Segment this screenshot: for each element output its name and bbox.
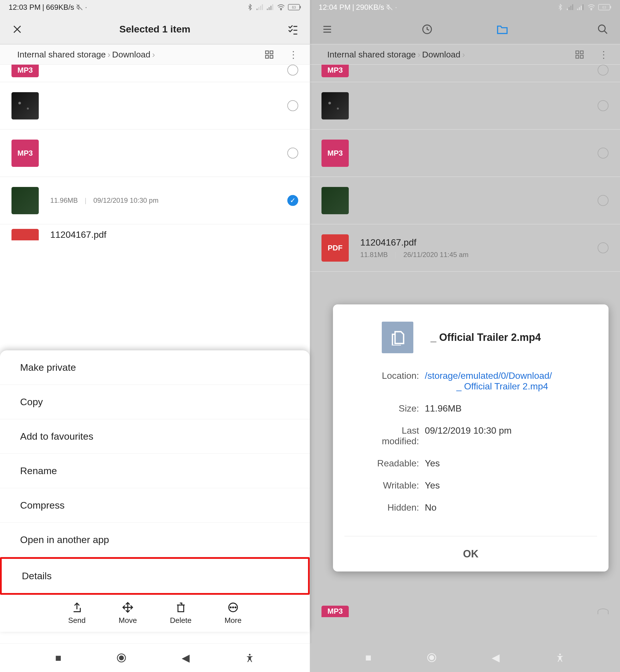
list-item[interactable]: MP3 xyxy=(310,130,620,177)
dialog-label-writable: Writable: xyxy=(345,480,419,491)
svg-rect-39 xyxy=(580,51,583,54)
pdf-thumb-icon: PDF xyxy=(321,234,349,261)
list-item[interactable]: 11.96MB|09/12/2019 10:30 pm ✓ xyxy=(0,177,310,224)
breadcrumb-root[interactable]: Internal shared storage xyxy=(327,50,416,59)
file-name: 11204167.pdf xyxy=(360,237,598,248)
svg-rect-24 xyxy=(567,9,568,10)
recent-tab-icon[interactable] xyxy=(421,23,433,35)
nav-home-icon[interactable] xyxy=(427,653,436,663)
list-item[interactable] xyxy=(310,82,620,130)
nav-home-icon[interactable] xyxy=(116,653,126,663)
svg-rect-16 xyxy=(178,605,184,612)
folder-tab-icon[interactable] xyxy=(496,23,509,35)
svg-rect-1 xyxy=(258,7,259,10)
list-item[interactable] xyxy=(0,82,310,130)
selection-radio[interactable] xyxy=(598,609,609,614)
move-icon xyxy=(122,602,134,613)
list-item[interactable]: 11204167.pdf xyxy=(0,224,310,245)
pdf-thumb-icon xyxy=(11,229,39,240)
breadcrumb-folder[interactable]: Download xyxy=(112,50,150,59)
signal-2-icon xyxy=(267,4,274,10)
sheet-action-move[interactable]: Move xyxy=(118,602,137,625)
svg-point-37 xyxy=(599,25,605,32)
svg-point-8 xyxy=(280,9,281,10)
nav-back-icon[interactable]: ◀ xyxy=(492,652,500,664)
svg-rect-28 xyxy=(577,9,578,10)
list-item[interactable]: PDF 11204167.pdf 11.81MB|26/11/2020 11:4… xyxy=(310,224,620,272)
signal-1-icon xyxy=(256,4,264,10)
selection-radio[interactable] xyxy=(598,242,609,253)
image-thumb-icon xyxy=(11,92,39,119)
selection-radio[interactable] xyxy=(598,100,609,111)
svg-rect-26 xyxy=(570,6,571,10)
sheet-action-delete[interactable]: Delete xyxy=(170,602,192,625)
breadcrumb-folder[interactable]: Download xyxy=(422,50,460,59)
more-menu-icon[interactable]: ⋮ xyxy=(289,49,298,60)
dialog-label-location: Location: xyxy=(345,371,419,392)
menu-icon[interactable] xyxy=(321,23,333,35)
selection-radio[interactable] xyxy=(598,148,609,158)
sheet-action-send[interactable]: Send xyxy=(68,602,86,625)
chevron-right-icon: › xyxy=(152,50,155,59)
select-all-icon[interactable] xyxy=(287,23,298,35)
search-icon[interactable] xyxy=(597,23,609,35)
svg-rect-6 xyxy=(270,6,271,10)
video-thumb-icon xyxy=(11,187,39,214)
accessibility-icon[interactable] xyxy=(245,653,255,663)
dialog-value-location[interactable]: /storage/emulated/0/Download/ _ Official… xyxy=(425,371,574,392)
svg-rect-31 xyxy=(582,4,583,10)
svg-point-23 xyxy=(249,654,251,655)
sheet-option-details[interactable]: Details xyxy=(0,557,310,595)
file-date: 26/11/2020 11:45 am xyxy=(403,251,468,259)
selection-radio[interactable] xyxy=(598,64,609,76)
sheet-option-rename[interactable]: Rename xyxy=(0,454,310,488)
list-item[interactable]: MP3 xyxy=(310,64,620,82)
sheet-action-label: Delete xyxy=(170,616,192,625)
svg-rect-4 xyxy=(267,9,268,10)
svg-point-32 xyxy=(591,9,592,10)
breadcrumb-row: Internal shared storage › Download › ⋮ xyxy=(0,45,310,64)
accessibility-icon[interactable] xyxy=(555,653,565,663)
sheet-option-favourites[interactable]: Add to favourites xyxy=(0,419,310,454)
dialog-value-hidden: No xyxy=(425,502,574,513)
sheet-option-compress[interactable]: Compress xyxy=(0,488,310,523)
wifi-icon xyxy=(587,4,595,10)
list-item[interactable] xyxy=(310,177,620,224)
nav-back-icon[interactable]: ◀ xyxy=(182,652,190,664)
status-bar: 12:03 PM | 669KB/s · xyxy=(0,0,310,14)
trash-icon xyxy=(175,602,187,613)
sheet-action-label: Send xyxy=(68,616,86,625)
nav-recent-icon[interactable]: ■ xyxy=(365,652,371,664)
selection-radio[interactable] xyxy=(287,64,298,76)
list-item[interactable]: MP3 xyxy=(0,64,310,82)
sheet-option-copy[interactable]: Copy xyxy=(0,385,310,419)
breadcrumb[interactable]: Internal shared storage › Download › xyxy=(17,50,155,59)
status-bar: 12:04 PM | 290KB/s · xyxy=(310,0,620,14)
list-item[interactable]: MP3 xyxy=(310,587,620,635)
svg-text:63: 63 xyxy=(602,5,606,9)
grid-view-icon[interactable] xyxy=(264,50,274,59)
selection-radio[interactable]: ✓ xyxy=(287,195,298,206)
selection-radio[interactable] xyxy=(287,100,298,111)
more-icon xyxy=(227,602,239,613)
file-size: 11.96MB xyxy=(50,196,78,204)
breadcrumb-root[interactable]: Internal shared storage xyxy=(17,50,106,59)
selection-radio[interactable] xyxy=(287,148,298,158)
svg-rect-38 xyxy=(576,51,579,54)
more-menu-icon[interactable]: ⋮ xyxy=(599,49,609,60)
mute-icon xyxy=(76,3,83,11)
list-item[interactable]: MP3 xyxy=(0,130,310,177)
breadcrumb[interactable]: Internal shared storage › Download › xyxy=(327,50,465,59)
close-icon[interactable] xyxy=(11,23,23,35)
dialog-label-hidden: Hidden: xyxy=(345,502,419,513)
selection-radio[interactable] xyxy=(598,195,609,206)
ok-button[interactable]: OK xyxy=(345,536,597,572)
sheet-option-open-another[interactable]: Open in another app xyxy=(0,523,310,557)
sheet-option-make-private[interactable]: Make private xyxy=(0,350,310,385)
svg-rect-0 xyxy=(257,9,258,10)
dialog-label-size: Size: xyxy=(345,403,419,414)
nav-recent-icon[interactable]: ■ xyxy=(55,652,61,664)
sheet-action-more[interactable]: More xyxy=(224,602,242,625)
app-bar xyxy=(310,14,620,45)
grid-view-icon[interactable] xyxy=(575,50,584,59)
